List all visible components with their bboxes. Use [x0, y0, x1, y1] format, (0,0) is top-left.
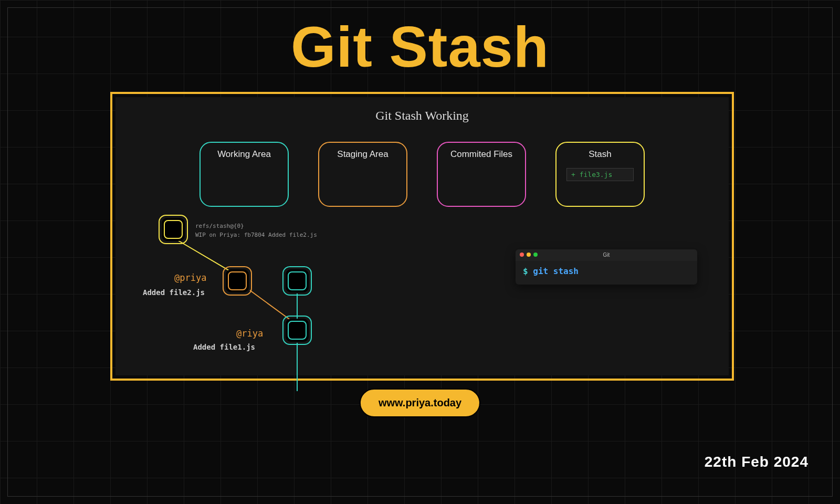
- node-riya-lower: [286, 319, 309, 342]
- area-stash-label: Stash: [589, 149, 611, 160]
- stash-ref-line2: WIP on Priya: fb7804 Added file2.js: [195, 231, 317, 240]
- sublabel-priya: Added file2.js: [143, 288, 205, 297]
- area-commited-label: Commited Files: [450, 149, 512, 160]
- diagram-heading: Git Stash Working: [116, 109, 729, 123]
- area-stash: Stash + file3.js: [555, 142, 645, 207]
- sublabel-riya: Added file1.js: [193, 343, 255, 351]
- area-commited: Commited Files: [437, 142, 526, 207]
- maximize-icon: [533, 253, 538, 257]
- diagram-panel: Git Stash Working Working Area Staging A…: [110, 92, 734, 381]
- stash-ref-text: refs/stash@{0} WIP on Priya: fb7804 Adde…: [195, 222, 317, 239]
- node-priya: [226, 269, 249, 292]
- minimize-icon: [527, 253, 531, 257]
- label-priya: @priya: [174, 272, 206, 283]
- close-icon: [520, 253, 524, 257]
- terminal-window: Git $ git stash: [516, 249, 697, 285]
- area-working: Working Area: [200, 142, 289, 207]
- stash-file-entry: + file3.js: [566, 168, 634, 181]
- stash-file-name: file3.js: [580, 171, 613, 178]
- footer-date: 22th Feb 2024: [705, 454, 808, 470]
- terminal-prompt: $: [523, 266, 528, 276]
- node-riya-upper: [286, 269, 309, 292]
- label-riya: @riya: [236, 328, 263, 339]
- terminal-body: $ git stash: [516, 261, 697, 285]
- site-badge: www.priya.today: [360, 388, 480, 417]
- area-staging: Staging Area: [318, 142, 407, 207]
- plus-icon: +: [571, 171, 580, 178]
- commit-graph: refs/stash@{0} WIP on Priya: fb7804 Adde…: [147, 218, 420, 386]
- stash-ref-line1: refs/stash@{0}: [195, 222, 317, 231]
- traffic-lights: [520, 253, 538, 257]
- terminal-titlebar: Git: [516, 249, 697, 261]
- terminal-title: Git: [603, 252, 610, 258]
- area-working-label: Working Area: [217, 149, 271, 160]
- page-title: Git Stash: [0, 0, 840, 76]
- graph-edges: [147, 218, 420, 386]
- area-staging-label: Staging Area: [337, 149, 388, 160]
- terminal-command: git stash: [533, 266, 579, 276]
- node-stash: [162, 218, 185, 241]
- areas-row: Working Area Staging Area Commited Files…: [116, 142, 729, 207]
